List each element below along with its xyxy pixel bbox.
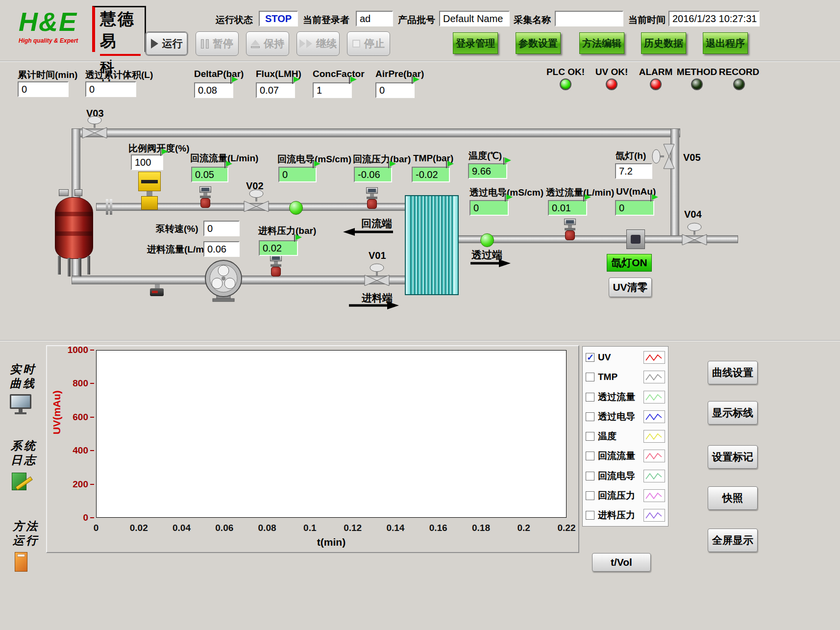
legend-checkbox-3[interactable] <box>586 412 594 421</box>
legend-line-icon[interactable] <box>643 391 665 403</box>
reflux-flow-field: 0.05 <box>191 167 228 182</box>
continue-icon <box>299 39 312 48</box>
tank-leg <box>87 256 90 275</box>
history-data-button[interactable]: 历史数据 <box>641 32 686 54</box>
hold-button[interactable]: 保持 <box>246 31 289 56</box>
deltap-field[interactable]: 0.08 <box>194 82 233 98</box>
permeate-flow-sensor <box>564 219 576 240</box>
legend-checkbox-1[interactable] <box>586 373 594 381</box>
legend-checkbox-5[interactable] <box>586 452 594 460</box>
feed-flow-field[interactable]: 0.06 <box>203 241 240 257</box>
sidebar-item-label: 实时 曲线 <box>10 363 36 391</box>
airpre-field[interactable]: 0 <box>375 82 415 98</box>
temperature-field: 9.66 <box>468 163 507 179</box>
xenon-hours-field[interactable]: 7.2 <box>615 163 652 179</box>
snapshot-button[interactable]: 快照 <box>708 486 758 510</box>
flux-field[interactable]: 0.07 <box>256 82 295 98</box>
y-tick: 1000 <box>68 345 94 355</box>
continue-button[interactable]: 继续 <box>296 31 340 56</box>
uv-zero-button[interactable]: UV清零 <box>609 277 652 297</box>
x-tick: 0.18 <box>472 523 490 533</box>
legend-checkbox-7[interactable] <box>586 491 594 500</box>
legend-checkbox-4[interactable] <box>586 432 594 441</box>
legend-row-reflux-press: 回流压力 <box>586 487 665 504</box>
t-vol-toggle-button[interactable]: t/Vol <box>592 553 651 572</box>
user-field[interactable]: ad <box>356 11 393 26</box>
method-book-icon <box>13 551 32 574</box>
feed-arrow-icon <box>347 301 400 310</box>
reflux-arrow-icon <box>342 227 396 236</box>
legend-line-icon[interactable] <box>643 371 665 383</box>
run-button[interactable]: 运行 <box>145 31 188 56</box>
reflux-cond-label: 回流电导(mS/cm) <box>277 153 351 166</box>
prop-valve-field[interactable]: 100 <box>131 154 163 170</box>
legend-line-icon[interactable] <box>643 410 665 423</box>
legend-row-uv: UV <box>586 349 665 366</box>
sidebar-item-realtime-curve[interactable]: 实时 曲线 <box>10 363 36 416</box>
batch-field[interactable]: Default Name <box>439 11 510 26</box>
total-time-label: 累计时间(min) <box>18 69 77 81</box>
legend-label: 回流电导 <box>598 470 640 482</box>
x-tick: 0.2 <box>518 523 530 533</box>
sidebar-item-system-log[interactable]: 系统 日志 <box>11 439 37 493</box>
uv-led-label: UV OK! <box>589 67 634 77</box>
sidebar-item-label: 方法 运行 <box>13 520 39 548</box>
xenon-on-button[interactable]: 氙灯ON <box>607 254 652 272</box>
pump-speed-label: 泵转速(%) <box>156 223 198 235</box>
legend-row-tmp: TMP <box>586 368 665 386</box>
parameter-settings-button[interactable]: 参数设置 <box>516 32 561 54</box>
uv-detector <box>626 229 645 249</box>
fullscreen-button[interactable]: 全屏显示 <box>708 529 758 552</box>
legend-label: 透过流量 <box>598 391 640 403</box>
xenon-hours-label: 氙灯(h) <box>616 150 646 162</box>
legend-line-icon[interactable] <box>643 351 665 364</box>
pause-button[interactable]: 暂停 <box>196 31 239 56</box>
valve-v02 <box>243 189 270 212</box>
perm-cond-field: 0 <box>469 200 509 216</box>
valve-v05 <box>652 143 674 170</box>
plc-led-label: PLC OK! <box>543 67 588 77</box>
pipe-flange <box>106 199 112 215</box>
legend-line-icon[interactable] <box>643 450 665 462</box>
pause-icon <box>201 39 209 49</box>
temperature-label: 温度(℃) <box>469 150 502 162</box>
sidebar-item-method-run[interactable]: 方法 运行 <box>13 520 39 574</box>
method-edit-button[interactable]: 方法编辑 <box>579 32 624 54</box>
valve-v01 <box>364 263 390 286</box>
permeate-arrow-icon <box>469 259 512 268</box>
show-marker-line-button[interactable]: 显示标线 <box>708 401 758 425</box>
perm-cond-label: 透过电导(mS/cm) <box>469 186 544 199</box>
legend-checkbox-8[interactable] <box>586 511 594 520</box>
login-management-button[interactable]: 登录管理 <box>453 32 498 54</box>
logo-he-text: H&E <box>19 8 78 36</box>
plc-led <box>560 78 571 90</box>
pump-speed-field[interactable]: 0 <box>203 221 240 236</box>
collect-field[interactable] <box>555 11 623 26</box>
legend-line-icon[interactable] <box>643 509 665 522</box>
feed-pressure-label: 进料压力(bar) <box>258 225 316 237</box>
legend-label: 回流压力 <box>598 489 640 502</box>
reflux-flow-sensor <box>199 186 212 208</box>
tank-band <box>56 231 92 236</box>
legend-checkbox-6[interactable] <box>586 472 594 480</box>
legend-checkbox-0[interactable] <box>586 353 594 362</box>
logo-left: H&E High quality & Expert <box>19 8 78 44</box>
collect-label: 采集名称 <box>514 14 551 26</box>
legend-line-icon[interactable] <box>643 470 665 482</box>
concfactor-field[interactable]: 1 <box>313 82 352 98</box>
curve-settings-button[interactable]: 曲线设置 <box>708 361 758 384</box>
legend-line-icon[interactable] <box>643 430 665 443</box>
y-axis-ticks: 1000 800 600 400 200 0 <box>59 350 94 518</box>
section-divider <box>0 340 840 341</box>
time-field: 2016/1/23 10:27:31 <box>668 11 760 26</box>
legend-line-icon[interactable] <box>643 489 665 502</box>
total-time-field: 0 <box>18 81 69 97</box>
proportional-valve-actuator <box>138 172 161 191</box>
monitor-icon <box>10 394 32 416</box>
legend-checkbox-2[interactable] <box>586 393 594 402</box>
time-label: 当前时间 <box>628 14 666 26</box>
exit-program-button[interactable]: 退出程序 <box>703 32 748 54</box>
stop-button[interactable]: 停止 <box>347 31 390 56</box>
header-divider <box>0 61 840 62</box>
set-marker-button[interactable]: 设置标记 <box>708 445 758 469</box>
